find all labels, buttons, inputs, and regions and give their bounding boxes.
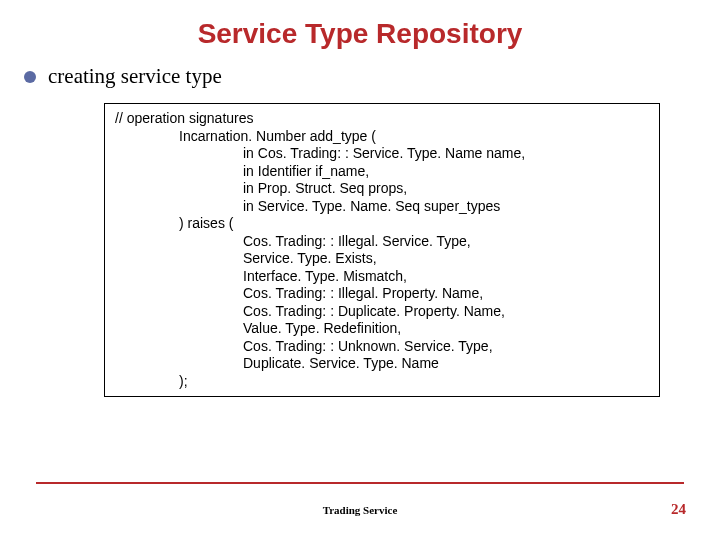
page-number: 24 xyxy=(671,501,686,518)
code-param: in Cos. Trading: : Service. Type. Name n… xyxy=(243,145,649,163)
footer-divider xyxy=(36,482,684,484)
code-exception: Cos. Trading: : Duplicate. Property. Nam… xyxy=(243,303,649,321)
code-box: // operation signatures Incarnation. Num… xyxy=(104,103,660,397)
code-param: in Service. Type. Name. Seq super_types xyxy=(243,198,649,216)
code-param: in Identifier if_name, xyxy=(243,163,649,181)
code-exception: Value. Type. Redefinition, xyxy=(243,320,649,338)
code-exception: Cos. Trading: : Illegal. Service. Type, xyxy=(243,233,649,251)
code-exception: Service. Type. Exists, xyxy=(243,250,649,268)
bullet-dot-icon xyxy=(24,71,36,83)
bullet-row: creating service type xyxy=(24,64,720,89)
slide-title: Service Type Repository xyxy=(0,0,720,50)
code-exception: Duplicate. Service. Type. Name xyxy=(243,355,649,373)
code-exception: Cos. Trading: : Illegal. Property. Name, xyxy=(243,285,649,303)
code-decl: Incarnation. Number add_type ( xyxy=(179,128,649,146)
code-close: ); xyxy=(179,373,649,391)
code-exception: Cos. Trading: : Unknown. Service. Type, xyxy=(243,338,649,356)
code-comment: // operation signatures xyxy=(115,110,649,128)
code-param: in Prop. Struct. Seq props, xyxy=(243,180,649,198)
code-raises: ) raises ( xyxy=(179,215,649,233)
bullet-text: creating service type xyxy=(48,64,222,89)
code-exception: Interface. Type. Mismatch, xyxy=(243,268,649,286)
footer-label: Trading Service xyxy=(0,504,720,516)
